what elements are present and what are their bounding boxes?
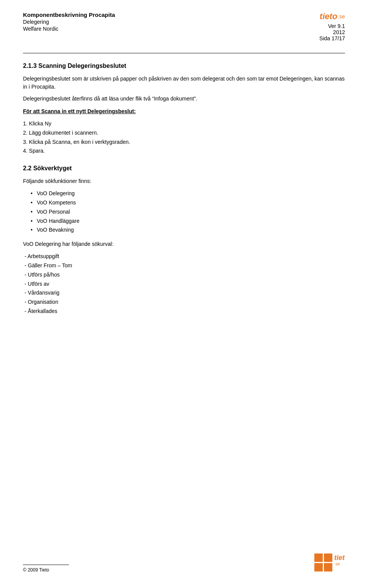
footer: © 2009 Tieto tieto .se bbox=[23, 552, 345, 573]
dash-item-4: - Vårdansvarig bbox=[25, 288, 345, 298]
dash-item-5: - Organisation bbox=[25, 298, 345, 307]
svg-text:tieto: tieto bbox=[334, 554, 345, 562]
dash-item-2: - Utförs på/hos bbox=[25, 270, 345, 280]
tieto-logo-suffix: .se bbox=[338, 13, 345, 20]
bullet-item-3: VoO Handläggare bbox=[31, 217, 345, 226]
version-label: Ver 9.1 bbox=[328, 23, 345, 29]
tieto-logo-text: tieto bbox=[320, 12, 337, 21]
dash-intro: VoO Delegering har följande sökurval: bbox=[23, 240, 345, 248]
document-sub2: Welfare Nordic bbox=[23, 26, 115, 32]
footer-logo: tieto .se bbox=[314, 552, 345, 573]
step-2: 2. Lägg dokumentet i scannern. bbox=[23, 128, 345, 138]
header: Komponentbeskrivning Procapita Delegerin… bbox=[23, 12, 345, 41]
svg-rect-1 bbox=[324, 553, 332, 562]
header-left: Komponentbeskrivning Procapita Delegerin… bbox=[23, 12, 115, 32]
document-title: Komponentbeskrivning Procapita bbox=[23, 12, 115, 18]
voo-dash-list: - Arbetsuppgift - Gäller From – Tom - Ut… bbox=[25, 252, 345, 316]
tieto-logo-svg: tieto .se bbox=[314, 552, 345, 573]
document-subtitle: Delegering bbox=[23, 19, 115, 25]
footer-copyright: © 2009 Tieto bbox=[23, 567, 69, 573]
step-1: 1. Klicka Ny bbox=[23, 119, 345, 128]
dash-item-1: - Gäller From – Tom bbox=[25, 261, 345, 270]
year-label: 2012 bbox=[333, 29, 345, 35]
tieto-logo: tieto.se bbox=[320, 12, 345, 21]
dash-item-6: - Återkallades bbox=[25, 307, 345, 316]
bullet-item-2: VoO Personal bbox=[31, 208, 345, 217]
svg-rect-0 bbox=[314, 553, 323, 562]
step-4: 4. Spara. bbox=[23, 147, 345, 156]
step-3: 3. Klicka på Scanna, en ikon i verktygsr… bbox=[23, 138, 345, 147]
page-number: Sida 17/17 bbox=[319, 35, 345, 41]
bullet-item-4: VoO Bevakning bbox=[31, 226, 345, 235]
footer-left: © 2009 Tieto bbox=[23, 565, 69, 573]
header-divider bbox=[23, 53, 345, 53]
svg-rect-3 bbox=[324, 563, 332, 572]
logo-container: tieto.se bbox=[320, 12, 345, 21]
dash-item-0: - Arbetsuppgift bbox=[25, 252, 345, 261]
section-heading-sok: 2.2 Sökverktyget bbox=[23, 165, 345, 172]
scanning-subheading: För att Scanna in ett nytt Delegeringsbe… bbox=[23, 107, 345, 115]
page: Komponentbeskrivning Procapita Delegerin… bbox=[0, 0, 368, 588]
voo-bullet-list: VoO Delegering VoO Kompetens VoO Persona… bbox=[31, 189, 345, 235]
bullet-item-1: VoO Kompetens bbox=[31, 198, 345, 208]
svg-rect-2 bbox=[314, 563, 323, 572]
section-sokverktyget: 2.2 Sökverktyget Följande sökfunktioner … bbox=[23, 165, 345, 316]
section-sok-intro: Följande sökfunktioner finns: bbox=[23, 177, 345, 185]
dash-item-3: - Utförs av bbox=[25, 280, 345, 289]
bullet-item-0: VoO Delegering bbox=[31, 189, 345, 198]
section-scanning-para2: Delegeringsbeslutet återfinns då att läs… bbox=[23, 95, 345, 103]
svg-text:.se: .se bbox=[334, 562, 340, 566]
section-scanning-para1: Delegeringsbeslutet som är utskriven på … bbox=[23, 75, 345, 91]
scanning-steps-list: 1. Klicka Ny 2. Lägg dokumentet i scanne… bbox=[23, 119, 345, 156]
section-scanning: 2.1.3 Scanning Delegeringsbeslutet Deleg… bbox=[23, 63, 345, 156]
section-heading-scanning: 2.1.3 Scanning Delegeringsbeslutet bbox=[23, 63, 345, 69]
header-right: tieto.se Ver 9.1 2012 Sida 17/17 bbox=[319, 12, 345, 41]
footer-line bbox=[23, 565, 69, 565]
